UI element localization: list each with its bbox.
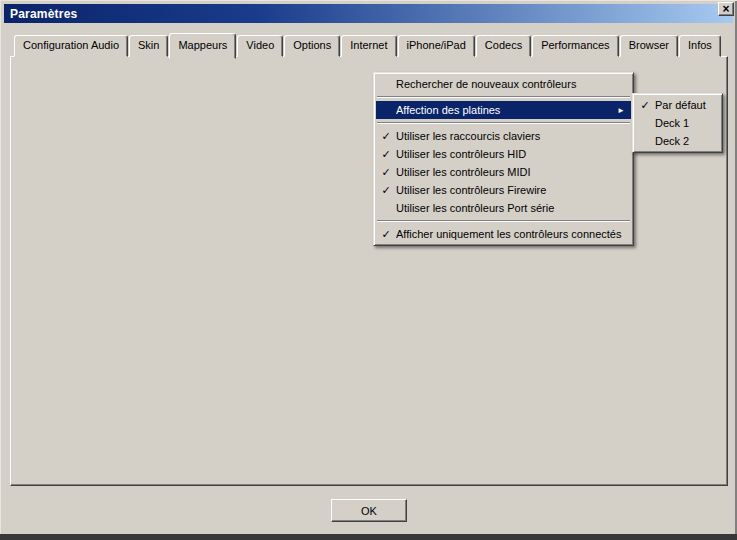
deck-assignment-submenu: ✓Par défautDeck 1Deck 2 — [632, 93, 723, 153]
menu-item-deck-1[interactable]: Deck 1 — [635, 114, 720, 132]
menu-item-utiliser-les-contr-leurs-midi[interactable]: ✓Utiliser les contrôleurs MIDI — [376, 163, 631, 181]
window-title: Paramètres — [4, 7, 77, 21]
ok-button-label: OK — [361, 505, 377, 517]
menu-item-label: Utiliser les contrôleurs Firewire — [396, 184, 627, 196]
close-button[interactable]: × — [718, 2, 734, 16]
tab-configuration-audio[interactable]: Configuration Audio — [14, 35, 128, 57]
settings-window: Paramètres × Configuration AudioSkinMapp… — [0, 0, 737, 540]
tab-strip: Configuration AudioSkinMappeursVideoOpti… — [14, 33, 722, 57]
tab-browser[interactable]: Browser — [620, 35, 678, 57]
menu-item-label: Utiliser les contrôleurs HID — [396, 148, 627, 160]
menu-item-label: Deck 1 — [655, 117, 716, 129]
tab-infos[interactable]: Infos — [679, 35, 721, 57]
menu-item-label: Utiliser les contrôleurs MIDI — [396, 166, 627, 178]
close-icon: × — [722, 3, 729, 15]
tab-options[interactable]: Options — [284, 35, 340, 57]
menu-item-utiliser-les-contr-leurs-port-s-rie[interactable]: Utiliser les contrôleurs Port série — [376, 199, 631, 217]
menu-separator — [377, 122, 630, 124]
menu-separator — [377, 96, 630, 98]
menu-item-label: Deck 2 — [655, 135, 716, 147]
menu-item-label: Utiliser les contrôleurs Port série — [396, 202, 627, 214]
menu-item-deck-2[interactable]: Deck 2 — [635, 132, 720, 150]
menu-item-label: Par défaut — [655, 99, 716, 111]
tab-internet[interactable]: Internet — [341, 35, 396, 57]
menu-item-afficher-uniquement-les-contr-leurs-connect-s[interactable]: ✓Afficher uniquement les contrôleurs con… — [376, 225, 631, 243]
check-icon: ✓ — [376, 228, 396, 241]
check-icon: ✓ — [376, 184, 396, 197]
submenu-arrow-icon: ► — [617, 106, 627, 115]
menu-item-label: Affection des platines — [396, 104, 617, 116]
menu-separator — [377, 220, 630, 222]
menu-item-rechercher-de-nouveaux-contr-leurs[interactable]: Rechercher de nouveaux contrôleurs — [376, 75, 631, 93]
tab-codecs[interactable]: Codecs — [476, 35, 531, 57]
check-icon: ✓ — [376, 166, 396, 179]
check-icon: ✓ — [376, 130, 396, 143]
tab-mappeurs[interactable]: Mappeurs — [169, 33, 236, 59]
window-bottom-edge — [0, 534, 737, 540]
ok-button[interactable]: OK — [331, 499, 407, 522]
title-bar[interactable]: Paramètres — [4, 4, 733, 23]
menu-item-utiliser-les-contr-leurs-hid[interactable]: ✓Utiliser les contrôleurs HID — [376, 145, 631, 163]
menu-item-affection-des-platines[interactable]: Affection des platines► — [376, 101, 631, 119]
tab-iphone-ipad[interactable]: iPhone/iPad — [398, 35, 475, 57]
menu-item-label: Afficher uniquement les contrôleurs conn… — [396, 228, 627, 240]
menu-item-label: Rechercher de nouveaux contrôleurs — [396, 78, 627, 90]
tab-video[interactable]: Video — [237, 35, 283, 57]
tab-performances[interactable]: Performances — [532, 35, 618, 57]
menu-item-par-d-faut[interactable]: ✓Par défaut — [635, 96, 720, 114]
menu-item-label: Utiliser les raccourcis claviers — [396, 130, 627, 142]
tab-skin[interactable]: Skin — [129, 35, 168, 57]
check-icon: ✓ — [635, 99, 655, 112]
check-icon: ✓ — [376, 148, 396, 161]
menu-item-utiliser-les-raccourcis-claviers[interactable]: ✓Utiliser les raccourcis claviers — [376, 127, 631, 145]
controller-context-menu: Rechercher de nouveaux contrôleursAffect… — [373, 72, 634, 246]
menu-item-utiliser-les-contr-leurs-firewire[interactable]: ✓Utiliser les contrôleurs Firewire — [376, 181, 631, 199]
